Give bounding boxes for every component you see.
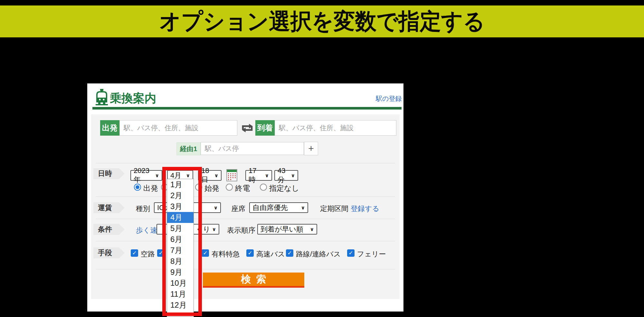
checkbox-local-bus-label: 路線/連絡バス (296, 249, 341, 259)
checkbox-ferry[interactable] (347, 249, 355, 257)
divider (96, 163, 395, 163)
chevron-down-icon (301, 205, 305, 211)
checkbox-local-bus[interactable] (286, 249, 293, 257)
header-underline (92, 107, 402, 110)
app-title: 乗換案内 (110, 91, 156, 106)
checkbox-air[interactable] (131, 249, 138, 257)
minute-select[interactable]: 43分 (274, 170, 298, 181)
search-button[interactable]: 検索 (203, 273, 304, 288)
chevron-down-icon (310, 226, 314, 232)
checkbox-ltd-express-label: 有料特急 (212, 249, 240, 259)
chevron-down-icon (265, 173, 269, 178)
station-register-link[interactable]: 駅の登録 (376, 94, 402, 103)
commuter-register-link[interactable]: 登録する (351, 204, 379, 214)
add-via-button[interactable]: + (304, 142, 318, 155)
means-row-label: 手段 (93, 247, 125, 258)
datetime-row-label: 日時 (93, 168, 125, 179)
departure-label: 出発 (100, 120, 119, 136)
checkbox-highway-bus[interactable] (246, 249, 254, 257)
annotation-red-rectangle (162, 167, 202, 316)
slide-title: オプション選択を変数で指定する (159, 6, 485, 37)
train-icon (96, 89, 108, 106)
via1-label: 経由1 (176, 142, 201, 155)
departure-placeholder: 駅、バス停、住所、施設 (124, 123, 198, 132)
radio-last-train[interactable] (226, 184, 233, 191)
hour-select[interactable]: 17時 (245, 170, 272, 181)
divider (96, 241, 395, 241)
seat-select[interactable]: 自由席優先 (249, 202, 308, 213)
swap-arrows-icon[interactable] (241, 122, 253, 134)
year-select[interactable]: 2023年 (130, 170, 162, 181)
arrival-label: 到着 (255, 120, 275, 136)
radio-departure[interactable] (134, 184, 141, 191)
via1-input[interactable]: 駅、バス停 (201, 142, 304, 155)
chevron-down-icon (291, 173, 295, 178)
arrival-placeholder: 駅、バス停、住所、施設 (279, 123, 354, 132)
divider (96, 269, 395, 269)
divider (96, 197, 395, 197)
arrival-input[interactable]: 駅、バス停、住所、施設 (275, 120, 396, 136)
checkbox-ferry-label: フェリー (357, 249, 386, 259)
display-order-select[interactable]: 到着が早い順 (257, 224, 317, 235)
slide-title-band: オプション選択を変数で指定する (0, 5, 644, 37)
radio-unspecified[interactable] (260, 184, 267, 191)
fare-row-label: 運賃 (93, 202, 125, 213)
chevron-down-icon (214, 173, 218, 178)
checkbox-highway-bus-label: 高速バス (256, 249, 285, 259)
condition-row-label: 条件 (93, 224, 125, 235)
chevron-down-icon (155, 173, 159, 178)
checkbox-ltd-express[interactable] (202, 249, 209, 257)
divider (96, 219, 395, 219)
radio-last-train-label: 終電 (235, 183, 250, 193)
via1-placeholder: 駅、バス停 (205, 144, 239, 153)
fare-type-label: 種別 (136, 204, 150, 214)
chevron-down-icon (214, 205, 218, 211)
seat-label: 座席 (231, 204, 245, 214)
display-order-label: 表示順序 (227, 226, 255, 235)
radio-departure-label: 出発 (143, 183, 158, 193)
calendar-icon[interactable] (226, 169, 237, 181)
radio-first-train-label: 始発 (204, 183, 219, 193)
commuter-pass-label: 定期区間 (320, 204, 348, 214)
chevron-down-icon (212, 226, 216, 232)
checkbox-air-label: 空路 (141, 249, 155, 259)
transit-app-panel: 乗換案内 駅の登録 出発 駅、バス停、住所、施設 到着 駅、バス停、住所、施設 … (87, 83, 403, 312)
radio-unspecified-label: 指定なし (269, 183, 299, 193)
departure-input[interactable]: 駅、バス停、住所、施設 (119, 120, 237, 136)
